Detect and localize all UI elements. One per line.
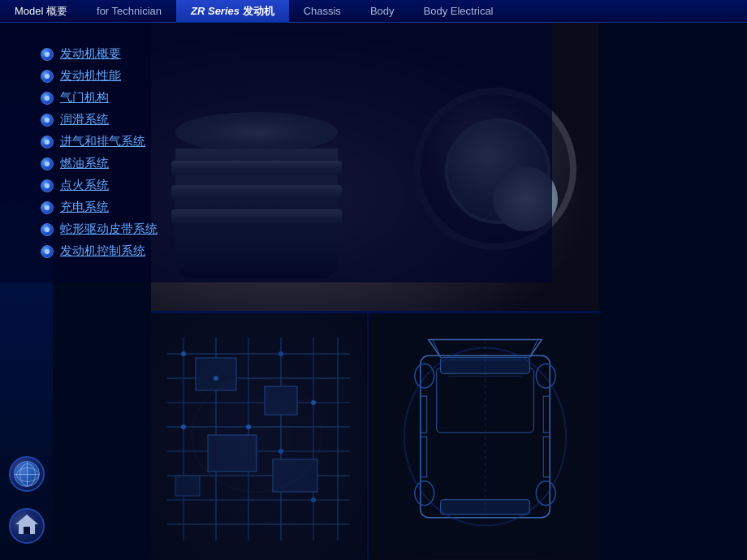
menu-bullet xyxy=(41,179,54,192)
menu-list: 发动机概要发动机性能气门机构润滑系统进气和排气系统燃油系统点火系统充电系统蛇形驱… xyxy=(0,23,552,278)
menu-item-belt_drive: 蛇形驱动皮带系统 xyxy=(41,218,552,240)
menu-item-fuel_system: 燃油系统 xyxy=(41,153,552,174)
nav-item-technician[interactable]: for Technician xyxy=(82,0,176,22)
nav-item-body-electrical[interactable]: Body Electrical xyxy=(409,0,508,22)
nav-item-chassis[interactable]: Chassis xyxy=(289,0,356,22)
menu-link-engine_overview[interactable]: 发动机概要 xyxy=(60,46,121,62)
menu-bullet xyxy=(41,114,54,127)
menu-bullet xyxy=(41,70,54,83)
menu-bullet xyxy=(41,157,54,170)
menu-bullet xyxy=(41,245,54,258)
home-icon xyxy=(15,515,38,537)
svg-rect-16 xyxy=(265,386,297,415)
menu-bullet xyxy=(41,223,54,236)
menu-bullet xyxy=(41,48,54,61)
svg-rect-18 xyxy=(273,459,317,492)
circuit-image xyxy=(151,313,365,560)
svg-point-21 xyxy=(214,376,218,381)
menu-link-engine_performance[interactable]: 发动机性能 xyxy=(60,68,121,84)
menu-link-ignition[interactable]: 点火系统 xyxy=(60,178,109,193)
nav-item-model[interactable]: Model 概要 xyxy=(0,0,82,22)
menu-bullet xyxy=(41,136,54,149)
menu-link-intake_exhaust[interactable]: 进气和排气系统 xyxy=(60,134,145,149)
language-button[interactable] xyxy=(9,456,45,492)
menu-link-fuel_system[interactable]: 燃油系统 xyxy=(60,156,109,171)
svg-point-25 xyxy=(279,351,283,356)
menu-bullet xyxy=(41,92,54,105)
menu-item-valve_mechanism: 气门机构 xyxy=(41,87,552,109)
menu-item-ignition: 点火系统 xyxy=(41,174,552,196)
bottom-images xyxy=(151,313,601,560)
globe-icon xyxy=(14,461,40,487)
svg-rect-17 xyxy=(208,435,257,472)
menu-item-engine_performance: 发动机性能 xyxy=(41,65,552,87)
menu-item-engine_overview: 发动机概要 xyxy=(41,43,552,65)
menu-overlay: 发动机概要发动机性能气门机构润滑系统进气和排气系统燃油系统点火系统充电系统蛇形驱… xyxy=(0,23,552,282)
nav-item-body[interactable]: Body xyxy=(356,0,409,22)
menu-item-engine_control: 发动机控制系统 xyxy=(41,240,552,262)
menu-link-valve_mechanism[interactable]: 气门机构 xyxy=(60,90,109,106)
menu-item-lubrication: 润滑系统 xyxy=(41,109,552,131)
main-content: 发动机概要发动机性能气门机构润滑系统进气和排气系统燃油系统点火系统充电系统蛇形驱… xyxy=(0,23,747,560)
svg-point-22 xyxy=(246,424,251,429)
svg-point-24 xyxy=(311,400,316,405)
svg-rect-19 xyxy=(175,476,200,496)
svg-point-23 xyxy=(279,449,283,454)
img-divider-h xyxy=(151,311,601,313)
right-overlay xyxy=(599,23,747,560)
nav-label-bold: ZR Series xyxy=(191,5,240,17)
menu-item-charging: 充电系统 xyxy=(41,196,552,218)
menu-link-charging[interactable]: 充电系统 xyxy=(60,200,109,215)
home-button[interactable] xyxy=(9,508,45,544)
menu-item-intake_exhaust: 进气和排气系统 xyxy=(41,131,552,153)
van-image xyxy=(370,313,601,560)
svg-point-26 xyxy=(181,424,186,429)
menu-link-belt_drive[interactable]: 蛇形驱动皮带系统 xyxy=(60,222,158,237)
nav-item-zr-series[interactable]: ZR Series 发动机 xyxy=(176,0,289,22)
svg-point-20 xyxy=(181,351,186,356)
svg-rect-15 xyxy=(196,358,236,390)
nav-bar: Model 概要 for Technician ZR Series 发动机 Ch… xyxy=(0,0,747,23)
menu-link-engine_control[interactable]: 发动机控制系统 xyxy=(60,243,145,259)
menu-bullet xyxy=(41,201,54,214)
svg-point-27 xyxy=(311,498,316,502)
menu-link-lubrication[interactable]: 润滑系统 xyxy=(60,112,109,127)
